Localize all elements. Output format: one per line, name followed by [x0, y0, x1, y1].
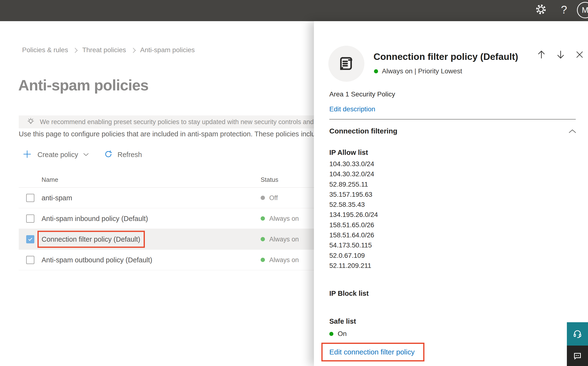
status-label: Off — [269, 194, 278, 201]
flyout-status: Always on | Priority Lowest — [374, 67, 462, 75]
chevron-right-icon — [73, 48, 78, 53]
policy-description: Area 1 Security Policy — [329, 91, 395, 98]
chevron-up-icon — [568, 128, 577, 134]
status-dot-green — [329, 332, 333, 336]
close-icon — [575, 50, 584, 59]
policy-name[interactable]: Anti-spam inbound policy (Default) — [42, 214, 148, 222]
status-cell: Always on — [261, 256, 299, 264]
edit-description-link[interactable]: Edit description — [329, 105, 375, 113]
toolbar: Create policy Refresh — [22, 148, 142, 162]
help-button[interactable]: ? — [558, 3, 570, 16]
column-header-name[interactable]: Name — [42, 176, 58, 183]
breadcrumb-threat-policies[interactable]: Threat policies — [82, 46, 126, 54]
status-dot-green — [261, 237, 265, 241]
create-policy-button[interactable]: Create policy — [22, 150, 89, 160]
collapse-section-button[interactable] — [568, 128, 577, 135]
status-label: Always on — [269, 236, 299, 243]
chevron-right-icon — [130, 48, 135, 53]
top-bar: ? M — [0, 0, 588, 21]
previous-item-button[interactable] — [536, 49, 547, 60]
section-title-connection-filtering: Connection filtering — [329, 127, 397, 135]
column-header-status[interactable]: Status — [261, 176, 278, 183]
safe-list-value: On — [338, 330, 347, 338]
checkmark-icon — [27, 236, 33, 242]
feedback-button[interactable] — [567, 346, 588, 366]
status-cell: Off — [261, 194, 278, 201]
support-button[interactable] — [567, 322, 588, 346]
status-cell: Always on — [261, 236, 299, 243]
ip-entry: 104.30.32.0/24 — [329, 169, 378, 179]
row-checkbox[interactable] — [26, 194, 34, 202]
ip-entry: 35.157.195.63 — [329, 190, 378, 200]
close-flyout-button[interactable] — [574, 49, 585, 60]
row-checkbox-checked[interactable] — [26, 235, 34, 243]
table-row-inbound-policy[interactable]: Anti-spam inbound policy (Default) Alway… — [19, 208, 329, 229]
flyout-title: Connection filter policy (Default) — [374, 52, 518, 62]
arrow-down-icon — [555, 49, 566, 60]
plus-icon — [22, 150, 32, 160]
refresh-icon — [104, 150, 113, 160]
next-item-button[interactable] — [555, 49, 566, 60]
table-header: Name Status — [19, 173, 329, 188]
ip-entry: 54.173.50.115 — [329, 240, 378, 250]
status-dot-gray — [261, 196, 265, 200]
status-dot-green — [261, 258, 265, 262]
app-root: ? M Policies & rules Threat policies Ant… — [0, 0, 588, 366]
arrow-up-icon — [536, 49, 547, 60]
edit-connection-filter-highlight-box: Edit connection filter policy — [321, 343, 424, 361]
table-row-connection-filter[interactable]: Connection filter policy (Default) Alway… — [19, 229, 329, 250]
status-label: Always on — [269, 256, 299, 264]
ip-allow-list-label: IP Allow list — [329, 149, 368, 157]
ip-entry: 52.0.67.109 — [329, 251, 378, 261]
policy-icon-circle — [328, 46, 364, 82]
breadcrumb: Policies & rules Threat policies Anti-sp… — [22, 46, 195, 54]
scroll-icon — [337, 54, 356, 73]
refresh-button[interactable]: Refresh — [104, 150, 142, 160]
table-row-outbound-policy[interactable]: Anti-spam outbound policy (Default) Alwa… — [19, 250, 329, 270]
status-label: Always on — [269, 215, 299, 222]
question-mark-icon: ? — [561, 3, 567, 16]
ip-allow-list: 104.30.33.0/24 104.30.32.0/24 52.89.255.… — [329, 159, 378, 271]
breadcrumb-anti-spam-policies[interactable]: Anti-spam policies — [140, 46, 195, 54]
divider — [329, 119, 576, 120]
create-policy-label: Create policy — [37, 151, 78, 159]
page-title: Anti-spam policies — [18, 76, 148, 94]
chevron-down-icon — [83, 152, 89, 158]
headset-icon — [572, 329, 582, 339]
ip-entry: 52.89.255.11 — [329, 179, 378, 190]
breadcrumb-policies-rules[interactable]: Policies & rules — [22, 46, 68, 54]
account-avatar[interactable]: M — [577, 2, 588, 18]
ip-entry: 52.11.209.211 — [329, 261, 378, 271]
avatar-initial: M — [582, 6, 588, 15]
table-row-anti-spam[interactable]: anti-spam Off — [19, 188, 329, 208]
policy-details-flyout: Connection filter policy (Default) Alway… — [314, 21, 588, 366]
refresh-label: Refresh — [118, 151, 142, 159]
gear-icon — [535, 4, 546, 16]
row-checkbox[interactable] — [26, 214, 34, 223]
safe-list-status: On — [329, 330, 347, 338]
policy-name-highlighted[interactable]: Connection filter policy (Default) — [37, 231, 145, 248]
ip-block-list-label: IP Block list — [329, 290, 369, 297]
row-checkbox[interactable] — [26, 256, 34, 264]
chat-icon — [573, 351, 582, 361]
status-cell: Always on — [261, 215, 299, 222]
policy-table: anti-spam Off Anti-spam inbound policy (… — [19, 188, 329, 270]
safe-list-label: Safe list — [329, 317, 356, 325]
status-dot-green — [374, 69, 378, 73]
lightbulb-icon — [26, 117, 35, 127]
ip-entry: 134.195.26.0/24 — [329, 210, 378, 220]
settings-button[interactable] — [535, 4, 547, 16]
policy-name[interactable]: Anti-spam outbound policy (Default) — [42, 256, 152, 264]
ip-entry: 158.51.64.0/26 — [329, 230, 378, 240]
policy-name[interactable]: anti-spam — [42, 194, 72, 202]
status-dot-green — [261, 216, 265, 221]
ip-entry: 158.51.65.0/26 — [329, 220, 378, 230]
flyout-status-text: Always on | Priority Lowest — [382, 67, 462, 75]
ip-entry: 104.30.33.0/24 — [329, 159, 378, 169]
ip-entry: 52.58.35.43 — [329, 200, 378, 210]
edit-connection-filter-policy-link[interactable]: Edit connection filter policy — [329, 348, 415, 356]
